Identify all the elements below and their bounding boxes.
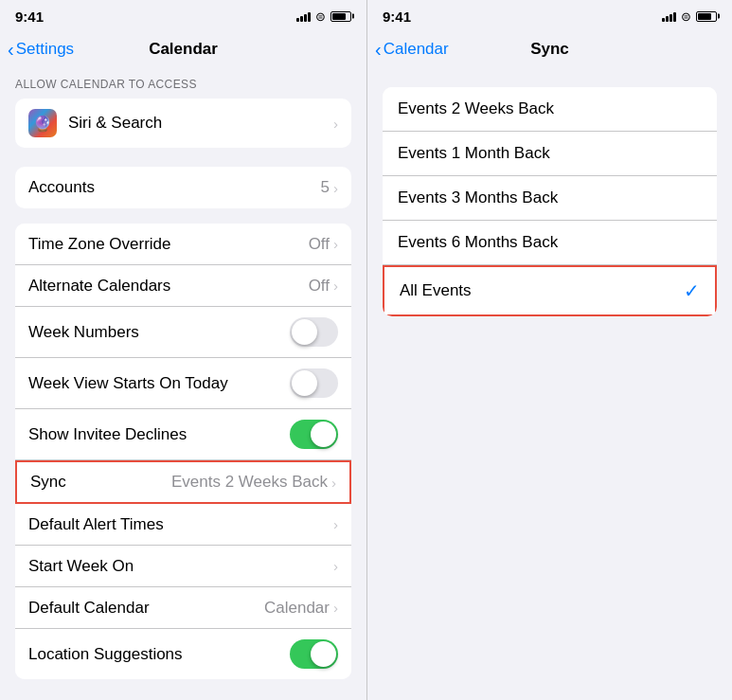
page-title-right: Sync [530,40,569,59]
timezone-chevron: › [333,236,338,252]
status-bar-right: 9:41 ⊜ [367,0,732,30]
weeknumbers-toggle-knob [292,319,317,345]
accounts-group: Accounts 5 › [15,167,351,208]
back-button-left[interactable]: ‹ Settings [8,40,74,59]
back-button-right[interactable]: ‹ Calendar [375,40,449,59]
status-bar-left: 9:41 ⊜ [0,0,366,30]
invitee-toggle[interactable] [290,420,338,449]
weeknumbers-toggle[interactable] [290,317,338,347]
siri-icon: 🔮 [28,109,57,137]
location-toggle[interactable] [290,639,338,669]
signal-icon-right [662,10,676,22]
alternate-value: Off [309,277,330,296]
sync-value: Events 2 Weeks Back [171,473,328,492]
location-label: Location Suggestions [28,645,290,664]
siri-label: Siri & Search [68,114,333,133]
timezone-value: Off [309,235,330,254]
accounts-chevron: › [333,180,338,196]
weeknumbers-label: Week Numbers [28,323,290,342]
status-time-left: 9:41 [15,9,44,25]
nav-bar-left: ‹ Settings Calendar [0,30,366,72]
left-panel: 9:41 ⊜ ‹ Settings Calendar ALLOW CALENDA… [0,0,366,700]
checkmark-icon: ✓ [684,279,700,302]
signal-icon [296,10,311,22]
invitee-label: Show Invitee Declines [28,425,290,444]
alternate-chevron: › [333,278,338,294]
allow-section-label: ALLOW CALENDAR TO ACCESS [0,72,366,95]
alerttimes-chevron: › [333,516,338,532]
defaultcalendar-value: Calendar [264,599,330,618]
alternate-label: Alternate Calendars [28,277,309,296]
page-title-left: Calendar [149,40,218,59]
back-label-left: Settings [16,40,74,59]
invitee-row[interactable]: Show Invitee Declines [15,409,351,460]
main-settings-group: Time Zone Override Off › Alternate Calen… [15,224,351,679]
status-icons-left: ⊜ [296,9,351,24]
sync-row[interactable]: Sync Events 2 Weeks Back › [15,460,351,504]
weekview-row[interactable]: Week View Starts On Today [15,358,351,409]
sync-option-6months[interactable]: Events 6 Months Back [383,221,717,265]
location-row[interactable]: Location Suggestions [15,629,351,679]
sync-option-all-label: All Events [400,281,684,300]
weekview-toggle-knob [292,370,317,396]
sync-option-3months-label: Events 3 Months Back [398,188,702,207]
accounts-label: Accounts [28,178,321,197]
timezone-label: Time Zone Override [28,235,309,254]
sync-option-3months[interactable]: Events 3 Months Back [383,176,717,221]
siri-chevron: › [333,116,338,132]
alerttimes-row[interactable]: Default Alert Times › [15,504,351,546]
sync-option-6months-label: Events 6 Months Back [398,233,702,252]
battery-icon [330,11,351,22]
accounts-row[interactable]: Accounts 5 › [15,167,351,208]
right-panel: 9:41 ⊜ ‹ Calendar Sync Events 2 Weeks Ba… [366,0,732,700]
status-icons-right: ⊜ [662,9,717,24]
invitee-toggle-knob [311,422,336,447]
defaultcalendar-row[interactable]: Default Calendar Calendar › [15,587,351,629]
alerttimes-label: Default Alert Times [28,515,333,534]
nav-bar-right: ‹ Calendar Sync [367,30,732,72]
back-chevron-left: ‹ [8,40,14,59]
weeknumbers-row[interactable]: Week Numbers [15,307,351,358]
sync-option-all[interactable]: All Events ✓ [383,265,717,316]
sync-option-2weeks-label: Events 2 Weeks Back [398,99,702,118]
location-toggle-knob [311,641,336,667]
defaultcalendar-chevron: › [333,600,338,616]
startweek-label: Start Week On [28,557,333,576]
startweek-row[interactable]: Start Week On › [15,546,351,587]
back-chevron-right: ‹ [375,40,382,59]
accounts-count: 5 [321,178,330,197]
sync-chevron: › [331,475,336,491]
timezone-row[interactable]: Time Zone Override Off › [15,224,351,265]
sync-options-list: Events 2 Weeks Back Events 1 Month Back … [383,87,717,316]
weekview-toggle[interactable] [290,368,338,398]
back-label-right: Calendar [384,40,449,59]
defaultcalendar-label: Default Calendar [28,599,264,618]
wifi-icon-right: ⊜ [681,9,691,24]
siri-row[interactable]: 🔮 Siri & Search › [15,99,351,148]
sync-option-2weeks[interactable]: Events 2 Weeks Back [383,87,717,132]
weekview-label: Week View Starts On Today [28,374,290,393]
alternate-row[interactable]: Alternate Calendars Off › [15,265,351,307]
battery-icon-right [696,11,717,22]
sync-option-1month[interactable]: Events 1 Month Back [383,132,717,176]
siri-group: 🔮 Siri & Search › [15,99,351,148]
status-time-right: 9:41 [383,9,411,25]
sync-option-1month-label: Events 1 Month Back [398,144,702,163]
startweek-chevron: › [333,558,338,574]
sync-label: Sync [30,473,171,492]
wifi-icon: ⊜ [315,9,326,24]
